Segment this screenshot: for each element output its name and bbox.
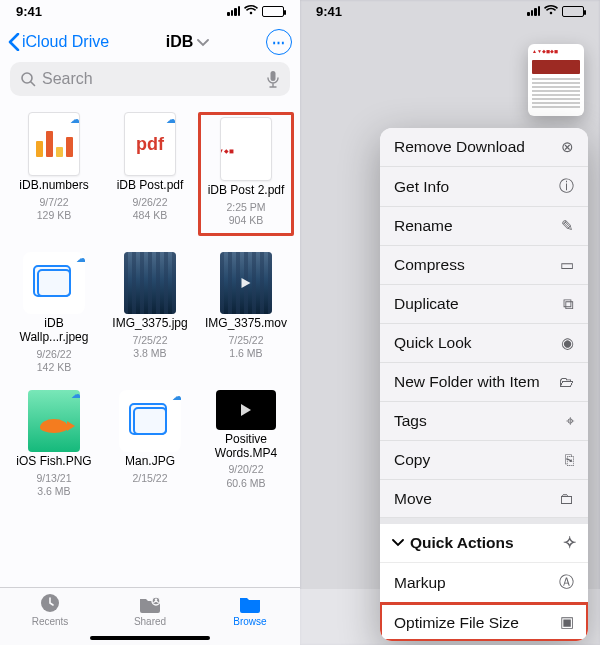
file-thumbnail: ☁︎ [28,112,80,176]
menu-move[interactable]: Move🗀 [380,480,588,519]
chevron-down-icon [392,538,404,548]
file-thumbnail: pdf ☁︎ [124,112,176,176]
menu-get-info[interactable]: Get Infoⓘ [380,167,588,207]
file-item[interactable]: ☁︎ iOS Fish.PNG 9/13/213.6 MB [6,390,102,498]
file-item[interactable]: ☁︎ iDB Wallp...r.jpeg 9/26/22142 KB [6,252,102,374]
file-name: iOS Fish.PNG [16,455,91,469]
file-thumbnail [216,390,276,430]
cloud-download-icon: ☁︎ [166,113,176,126]
nav-bar: iCloud Drive iDB ⋯ [0,22,300,62]
folder-icon: 🗀 [559,490,574,507]
battery-icon [262,6,284,17]
cloud-download-icon: ☁︎ [71,390,80,401]
folder-plus-icon: 🗁 [559,373,574,390]
file-meta: 9/26/22142 KB [36,348,71,374]
status-time: 9:41 [316,4,342,19]
file-thumbnail [220,252,272,314]
image-stack-icon [133,407,167,435]
nav-title: iDB [166,33,194,51]
svg-rect-1 [271,71,276,81]
menu-new-folder[interactable]: New Folder with Item🗁 [380,363,588,402]
file-meta: 9/26/22484 KB [132,196,167,222]
back-label: iCloud Drive [22,33,109,51]
tab-label: Browse [233,616,266,627]
status-icons [227,4,284,19]
menu-compress[interactable]: Compress▭ [380,246,588,285]
file-thumbnail: ☁︎ [28,390,80,452]
files-grid: ☁︎ iDB.numbers 9/7/22129 KB pdf ☁︎ iDB P… [0,104,300,587]
files-browser-screen: 9:41 iCloud Drive iDB ⋯ Search ☁︎ [0,0,300,645]
file-item-highlighted[interactable]: ▲▼◆◼︎ iDB Post 2.pdf 2:25 PM904 KB [198,112,294,236]
tab-browse[interactable]: Browse [200,592,300,645]
file-item[interactable]: Positive Words.MP4 9/20/2260.6 MB [198,390,294,498]
file-meta: 9/20/2260.6 MB [226,463,265,489]
tab-label: Shared [134,616,166,627]
file-thumbnail: ▲▼◆◼︎ [220,117,272,181]
tab-label: Recents [32,616,69,627]
file-item[interactable]: ☁︎ Man.JPG 2/15/22 [102,390,198,498]
menu-optimize-file-size[interactable]: Optimize File Size▣ [380,603,588,641]
status-bar: 9:41 [0,0,300,22]
file-name: IMG_3375.jpg [112,317,187,331]
search-placeholder: Search [42,70,260,88]
copy-icon: ⎘ [565,451,574,468]
folder-icon [237,592,263,614]
wifi-icon [244,4,258,19]
file-meta: 2:25 PM904 KB [226,201,265,227]
file-name: iDB Wallp...r.jpeg [10,317,98,345]
nav-title-wrap[interactable]: iDB [113,33,262,51]
back-button[interactable]: iCloud Drive [8,33,109,51]
menu-copy[interactable]: Copy⎘ [380,441,588,480]
context-menu-screen: 9:41 ▲▼◆◼︎◆◼︎ Remove Download⊗ Get Infoⓘ… [300,0,600,645]
home-indicator[interactable] [90,636,210,640]
file-meta: 7/25/221.6 MB [228,334,263,360]
file-name: iDB Post 2.pdf [208,184,285,198]
duplicate-icon: ⧉ [563,295,574,313]
quick-actions-header[interactable]: Quick Actions ✧ [380,518,588,563]
menu-duplicate[interactable]: Duplicate⧉ [380,285,588,324]
file-thumbnail: ☁︎ [119,390,181,452]
context-preview-thumbnail[interactable]: ▲▼◆◼︎◆◼︎ [528,44,584,116]
tab-recents[interactable]: Recents [0,592,100,645]
file-item[interactable]: ☁︎ iDB.numbers 9/7/22129 KB [6,112,102,236]
cloud-download-icon: ☁︎ [76,252,85,265]
file-item[interactable]: IMG_3375.jpg 7/25/223.8 MB [102,252,198,374]
file-meta: 9/13/213.6 MB [36,472,71,498]
chevron-left-icon [8,33,20,51]
menu-rename[interactable]: Rename✎ [380,207,588,246]
menu-tags[interactable]: Tags⌖ [380,402,588,441]
search-wrap: Search [0,62,300,104]
battery-icon [562,6,584,17]
search-input[interactable]: Search [10,62,290,96]
file-name: Man.JPG [125,455,175,469]
more-options-button[interactable]: ⋯ [266,29,292,55]
cloud-download-icon: ☁︎ [70,113,80,126]
image-stack-icon [37,269,71,297]
menu-quick-look[interactable]: Quick Look◉ [380,324,588,363]
file-name: iDB.numbers [19,179,88,193]
cellular-signal-icon [227,6,240,16]
menu-markup[interactable]: MarkupⒶ [380,563,588,603]
file-thumbnail: ☁︎ [23,252,85,314]
remove-icon: ⊗ [561,138,574,156]
pencil-icon: ✎ [561,217,574,235]
cellular-signal-icon [527,6,540,16]
context-menu: Remove Download⊗ Get Infoⓘ Rename✎ Compr… [380,128,588,641]
markup-icon: Ⓐ [559,573,574,592]
wifi-icon [544,4,558,19]
info-icon: ⓘ [559,177,574,196]
file-item[interactable]: IMG_3375.mov 7/25/221.6 MB [198,252,294,374]
optimize-icon: ▣ [560,613,574,631]
clock-icon [37,592,63,614]
file-item[interactable]: pdf ☁︎ iDB Post.pdf 9/26/22484 KB [102,112,198,236]
cloud-download-icon: ☁︎ [172,390,181,403]
file-meta: 7/25/223.8 MB [132,334,167,360]
sparkle-icon: ✧ [563,534,576,552]
menu-remove-download[interactable]: Remove Download⊗ [380,128,588,167]
dictation-icon[interactable] [266,70,280,88]
status-icons [527,4,584,19]
shared-folder-icon [137,592,163,614]
archive-icon: ▭ [560,256,574,274]
svg-point-4 [155,599,158,602]
status-time: 9:41 [16,4,42,19]
